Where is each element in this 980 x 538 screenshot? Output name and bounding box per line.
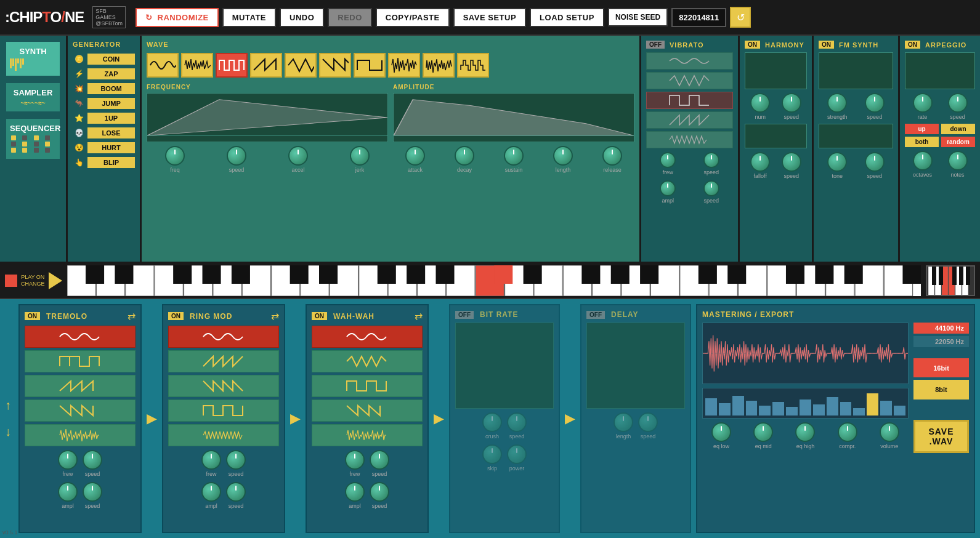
ring-mod-speed-knob[interactable] (226, 450, 246, 470)
wah-wah-speed-knob[interactable] (370, 450, 389, 470)
sustain-knob[interactable] (504, 146, 524, 166)
arp-up-button[interactable]: up (905, 124, 939, 134)
compr-knob[interactable] (838, 422, 857, 442)
jerk-knob[interactable] (350, 146, 370, 166)
piano-keys[interactable] (67, 265, 921, 296)
arp-rate-knob[interactable] (913, 93, 933, 113)
randomize-button[interactable]: ↻ RANDOMIZE (136, 8, 219, 27)
ring-mod-shape-4[interactable] (168, 424, 279, 446)
wah-wah-shape-4[interactable] (312, 424, 423, 446)
synth-mode-button[interactable]: SYNTH (5, 41, 61, 77)
decay-knob[interactable] (455, 146, 474, 166)
wah-wah-shape-0[interactable] (312, 326, 423, 348)
vibrato-speed-knob[interactable] (703, 152, 719, 168)
ring-mod-frew-knob[interactable] (201, 450, 221, 470)
delay-speed-knob[interactable] (638, 412, 658, 432)
save-wav-button[interactable]: SAVE .WAV (913, 420, 969, 453)
eq-high-knob[interactable] (795, 422, 815, 442)
lose-button[interactable]: LOSE (87, 127, 135, 139)
wave-shape-4[interactable] (285, 53, 317, 78)
length-knob[interactable] (553, 146, 573, 166)
accel-knob[interactable] (288, 146, 308, 166)
crush-knob[interactable] (482, 412, 502, 432)
boom-button[interactable]: BOOM (87, 83, 135, 94)
jump-button[interactable]: JUMP (87, 98, 135, 109)
fm-tone-knob[interactable] (827, 152, 847, 172)
oneup-button[interactable]: 1UP (87, 113, 135, 124)
volume-knob[interactable] (880, 422, 899, 442)
bit-speed-knob[interactable] (507, 412, 527, 432)
wave-shape-6[interactable] (354, 53, 386, 78)
vibrato-shape-0[interactable] (646, 52, 733, 70)
blip-button[interactable]: BLIP (87, 157, 135, 168)
play-button[interactable] (49, 272, 62, 289)
freq-knob[interactable] (165, 146, 185, 166)
attack-knob[interactable] (405, 146, 425, 166)
wah-wah-shape-3[interactable] (312, 399, 423, 422)
tremolo-arrow[interactable]: ⇄ (128, 310, 136, 322)
wave-shape-5[interactable] (319, 53, 351, 78)
bit-8-button[interactable]: 8bit (913, 380, 969, 399)
wah-wah-toggle[interactable]: ON (312, 312, 327, 320)
arp-random-button[interactable]: random (941, 137, 975, 147)
fm-toggle[interactable]: ON (819, 41, 834, 49)
harmony-speed-knob[interactable] (782, 93, 801, 113)
vibrato-shape-4[interactable] (646, 131, 733, 148)
tremolo-ampl-knob[interactable] (58, 482, 78, 502)
ring-mod-shape-3[interactable] (168, 399, 279, 422)
wah-wah-ampl-knob[interactable] (345, 482, 365, 502)
delay-toggle[interactable]: OFF (586, 311, 605, 319)
tremolo-shape-0[interactable] (25, 326, 136, 348)
ring-mod-toggle[interactable]: ON (168, 312, 184, 320)
tremolo-speed-knob[interactable] (83, 450, 102, 470)
noise-seed-value[interactable]: 822014811 (671, 8, 726, 27)
sequencer-mode-button[interactable]: SEQUENCER (5, 118, 61, 160)
ring-mod-speed2-knob[interactable] (226, 482, 246, 502)
arpeggio-toggle[interactable]: ON (905, 41, 920, 49)
vibrato-shape-1[interactable] (646, 72, 733, 89)
vibrato-shape-2[interactable] (646, 92, 733, 109)
vibrato-speed2-knob[interactable] (703, 180, 719, 196)
arp-down-button[interactable]: down (941, 124, 975, 134)
sample-rate-22050-button[interactable]: 22050 Hz (913, 336, 969, 347)
tremolo-shape-1[interactable] (25, 350, 136, 372)
wave-shape-7[interactable] (388, 53, 420, 78)
wave-shape-0[interactable] (147, 53, 179, 78)
wave-shape-1[interactable] (181, 53, 213, 78)
harmony-speed2-knob[interactable] (782, 152, 801, 172)
power-knob[interactable] (507, 444, 527, 464)
wah-wah-frew-knob[interactable] (345, 450, 365, 470)
wah-wah-shape-2[interactable] (312, 375, 423, 397)
tremolo-shape-2[interactable] (25, 375, 136, 397)
refresh-seed-button[interactable]: ↺ (730, 7, 751, 28)
harmony-toggle[interactable]: ON (745, 41, 760, 49)
ring-mod-shape-0[interactable] (168, 326, 279, 348)
hurt-button[interactable]: HURT (87, 142, 135, 153)
tremolo-shape-3[interactable] (25, 399, 136, 422)
arp-notes-knob[interactable] (948, 151, 968, 171)
zap-button[interactable]: ZAP (87, 68, 135, 79)
redo-button[interactable]: REDO (328, 8, 372, 27)
wah-wah-arrow[interactable]: ⇄ (415, 310, 423, 322)
freq-speed-knob[interactable] (227, 146, 246, 166)
vibrato-toggle[interactable]: OFF (646, 41, 665, 49)
fm-speed2-knob[interactable] (865, 152, 885, 172)
wave-shape-8[interactable] (423, 53, 455, 78)
bit-rate-toggle[interactable]: OFF (455, 311, 474, 319)
stop-button[interactable] (5, 275, 17, 287)
coin-button[interactable]: COIN (87, 54, 135, 65)
load-setup-button[interactable]: LOAD SETUP (530, 8, 604, 27)
sample-rate-44100-button[interactable]: 44100 Hz (913, 323, 969, 334)
vibrato-frew-knob[interactable] (660, 152, 676, 168)
undo-button[interactable]: UNDO (280, 8, 324, 27)
fm-strength-knob[interactable] (827, 93, 847, 113)
delay-length-knob[interactable] (614, 412, 633, 432)
arp-both-button[interactable]: both (905, 137, 939, 147)
vibrato-ampl-knob[interactable] (660, 180, 676, 196)
tremolo-shape-4[interactable] (25, 424, 136, 446)
wave-shape-3[interactable] (250, 53, 282, 78)
arp-octaves-knob[interactable] (913, 151, 933, 171)
ring-mod-shape-2[interactable] (168, 375, 279, 397)
ring-mod-arrow[interactable]: ⇄ (271, 310, 279, 322)
eq-mid-knob[interactable] (753, 422, 773, 442)
